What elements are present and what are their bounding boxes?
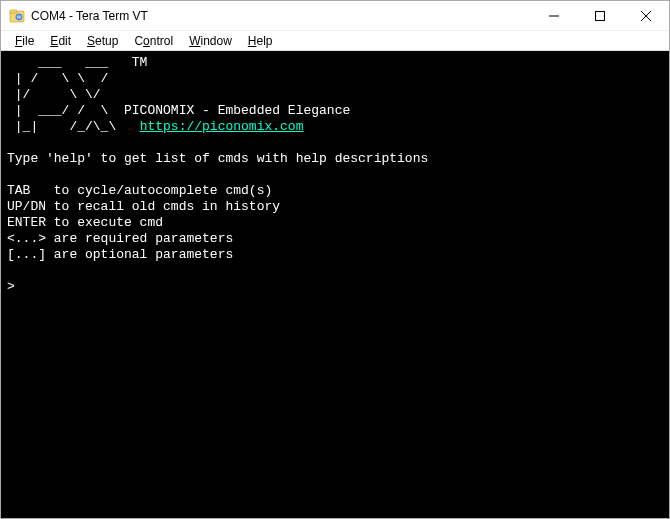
piconomix-link[interactable]: https://piconomix.com [140, 119, 304, 134]
app-icon [9, 8, 25, 24]
close-button[interactable] [623, 1, 669, 30]
app-window: COM4 - Tera Term VT File Edit Setup Cont… [0, 0, 670, 519]
ascii-art-line: ___ ___ TM [7, 55, 663, 71]
menu-setup[interactable]: Setup [79, 32, 126, 50]
maximize-button[interactable] [577, 1, 623, 30]
blank-line [7, 167, 663, 183]
window-controls [531, 1, 669, 30]
menu-edit[interactable]: Edit [42, 32, 79, 50]
usage-line: <...> are required parameters [7, 231, 663, 247]
prompt-line: > [7, 279, 663, 295]
menubar: File Edit Setup Control Window Help [1, 31, 669, 51]
ascii-art-line: |_| /_/\_\ https://piconomix.com [7, 119, 663, 135]
ascii-art-line: | / \ \ / [7, 71, 663, 87]
usage-line: TAB to cycle/autocomplete cmd(s) [7, 183, 663, 199]
menu-help[interactable]: Help [240, 32, 281, 50]
menu-control[interactable]: Control [126, 32, 181, 50]
blank-line [7, 263, 663, 279]
menu-window[interactable]: Window [181, 32, 240, 50]
minimize-button[interactable] [531, 1, 577, 30]
help-hint-line: Type 'help' to get list of cmds with hel… [7, 151, 663, 167]
ascii-art-line: | ___/ / \ PICONOMIX - Embedded Elegance [7, 103, 663, 119]
svg-rect-4 [596, 11, 605, 20]
window-title: COM4 - Tera Term VT [31, 9, 531, 23]
terminal-area[interactable]: ___ ___ TM | / \ \ / |/ \ \/ | ___/ / \ … [1, 51, 669, 518]
blank-line [7, 135, 663, 151]
svg-rect-1 [10, 10, 17, 13]
svg-point-2 [16, 13, 22, 19]
menu-file[interactable]: File [7, 32, 42, 50]
usage-line: [...] are optional parameters [7, 247, 663, 263]
usage-line: UP/DN to recall old cmds in history [7, 199, 663, 215]
titlebar: COM4 - Tera Term VT [1, 1, 669, 31]
ascii-art-line: |/ \ \/ [7, 87, 663, 103]
usage-line: ENTER to execute cmd [7, 215, 663, 231]
